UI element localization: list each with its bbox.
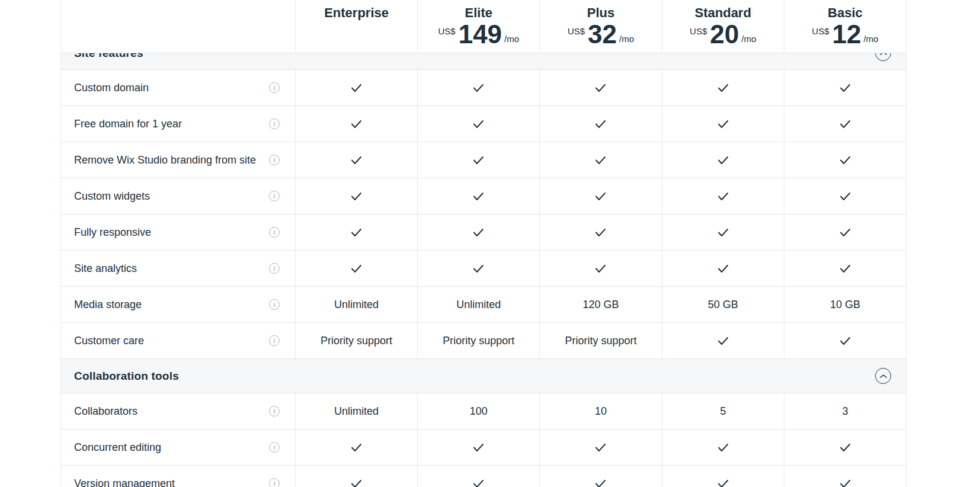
feature-label-cell: Custom widgets — [61, 178, 295, 214]
price-currency: US$ — [690, 26, 707, 36]
plan-name: Enterprise — [324, 5, 389, 21]
info-icon[interactable] — [269, 118, 280, 129]
plan-value-text: 50 GB — [708, 299, 738, 311]
plan-value-cell — [295, 251, 417, 286]
feature-label: Free domain for 1 year — [74, 117, 182, 130]
plan-value-cell — [662, 251, 784, 286]
price-period: /mo — [741, 34, 756, 44]
plan-value-cell — [539, 466, 661, 487]
plan-value-cell — [295, 70, 417, 105]
section-row-collaboration-tools: Collaboration tools — [61, 359, 906, 393]
plan-value-cell — [417, 430, 539, 465]
check-icon — [718, 228, 729, 237]
check-icon — [351, 84, 362, 92]
check-icon — [718, 120, 729, 129]
feature-label: Media storage — [74, 298, 142, 311]
check-icon — [595, 443, 606, 452]
feature-row-free-domain: Free domain for 1 year — [61, 106, 906, 142]
collapse-section-button[interactable] — [875, 368, 891, 384]
plan-value-text: 10 — [595, 405, 607, 418]
check-icon — [718, 337, 729, 345]
plan-value-cell: Priority support — [539, 323, 661, 358]
price-period: /mo — [863, 34, 878, 44]
check-icon — [718, 443, 729, 452]
feature-row-remove-branding: Remove Wix Studio branding from site — [61, 142, 906, 178]
check-icon — [351, 479, 362, 487]
plan-value-cell — [295, 106, 417, 142]
check-icon — [473, 156, 484, 165]
plan-value-text: 5 — [720, 405, 726, 418]
plan-value-text: 100 — [470, 405, 488, 418]
check-icon — [351, 156, 362, 165]
plan-value-cell: 50 GB — [662, 287, 784, 322]
info-icon[interactable] — [269, 478, 280, 487]
plan-value-cell — [417, 142, 539, 178]
plan-value-cell — [662, 466, 784, 487]
feature-label-cell: Collaborators — [61, 393, 295, 429]
feature-label-cell: Fully responsive — [61, 214, 295, 250]
chevron-up-icon — [880, 374, 887, 378]
plan-value-cell — [295, 214, 417, 250]
check-icon — [840, 443, 851, 452]
plan-value-cell — [417, 70, 539, 105]
feature-label: Custom domain — [74, 81, 149, 94]
plan-value-text: Priority support — [443, 335, 514, 347]
check-icon — [351, 264, 362, 273]
info-icon[interactable] — [269, 299, 280, 310]
check-icon — [840, 479, 851, 487]
feature-row-customer-care: Customer care Priority support Priority … — [61, 323, 906, 359]
plan-value-cell — [784, 142, 906, 178]
feature-label: Custom widgets — [74, 190, 150, 203]
check-icon — [840, 337, 851, 345]
feature-label: Site analytics — [74, 262, 137, 275]
info-icon[interactable] — [269, 263, 280, 274]
price-currency: US$ — [812, 26, 829, 36]
feature-row-custom-widgets: Custom widgets — [61, 178, 906, 214]
plan-value-cell: Unlimited — [295, 393, 417, 429]
price-amount: 12 — [832, 21, 861, 47]
feature-label-cell: Concurrent editing — [61, 430, 295, 465]
plan-value-text: Priority support — [321, 335, 392, 347]
check-icon — [351, 192, 362, 201]
plan-value-cell — [784, 430, 906, 465]
plan-value-cell: 120 GB — [539, 287, 661, 322]
plan-value-cell — [662, 430, 784, 465]
plan-value-cell: 100 — [417, 393, 539, 429]
plan-value-cell — [662, 142, 784, 178]
plan-price: US$ 20 /mo — [690, 21, 756, 47]
plan-name: Elite — [465, 5, 492, 21]
check-icon — [473, 228, 484, 237]
check-icon — [473, 192, 484, 201]
table-body: Site features Custom domain — [60, 37, 907, 487]
feature-label: Version management — [74, 477, 175, 487]
plan-column-header-standard: Standard US$ 20 /mo — [662, 0, 784, 53]
plan-value-cell: 3 — [784, 393, 906, 429]
plan-column-header-elite: Elite US$ 149 /mo — [417, 0, 539, 53]
check-icon — [473, 84, 484, 92]
info-icon[interactable] — [269, 227, 280, 238]
plan-name: Basic — [828, 5, 863, 21]
info-icon[interactable] — [269, 335, 280, 346]
plan-value-cell — [417, 251, 539, 286]
feature-label: Customer care — [74, 334, 144, 347]
pricing-comparison-page: Enterprise Elite US$ 149 /mo Plus US$ 32… — [0, 0, 980, 487]
check-icon — [351, 120, 362, 129]
plan-column-header-plus: Plus US$ 32 /mo — [539, 0, 661, 53]
plan-value-text: Unlimited — [456, 299, 501, 311]
check-icon — [473, 443, 484, 452]
info-icon[interactable] — [269, 155, 280, 165]
check-icon — [595, 84, 606, 92]
info-icon[interactable] — [269, 406, 280, 416]
check-icon — [718, 156, 729, 165]
feature-row-custom-domain: Custom domain — [61, 70, 906, 106]
feature-label-cell: Free domain for 1 year — [61, 106, 295, 142]
plan-value-cell — [417, 214, 539, 250]
feature-label-cell: Version management — [61, 466, 295, 487]
feature-label: Remove Wix Studio branding from site — [74, 153, 256, 166]
feature-row-collaborators: Collaborators Unlimited 100 10 5 3 — [61, 393, 906, 430]
plan-price: US$ 149 /mo — [438, 21, 519, 47]
info-icon[interactable] — [269, 82, 280, 93]
info-icon[interactable] — [269, 191, 280, 201]
check-icon — [595, 192, 606, 201]
info-icon[interactable] — [269, 442, 280, 453]
